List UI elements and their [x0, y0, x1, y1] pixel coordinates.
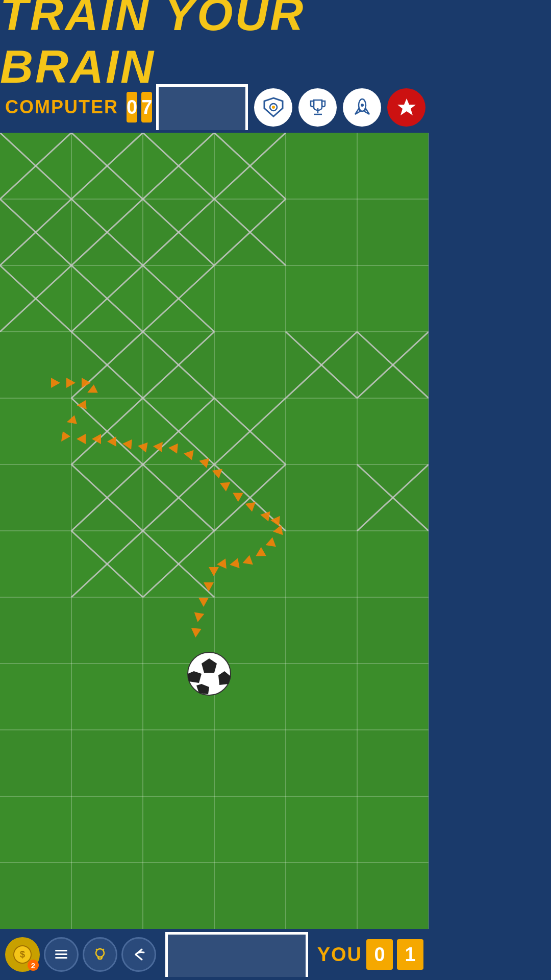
- back-button[interactable]: [121, 937, 156, 972]
- coin-button[interactable]: $ 2: [5, 937, 40, 972]
- trophy-icon-btn[interactable]: [298, 88, 337, 127]
- you-section: YOU 0 1: [312, 939, 429, 970]
- bulb-icon: [91, 945, 109, 964]
- svg-rect-120: [55, 950, 67, 951]
- list-icon: [52, 945, 70, 964]
- list-button[interactable]: [44, 937, 79, 972]
- svg-marker-7: [397, 99, 416, 115]
- shield-icon: [262, 96, 285, 118]
- svg-rect-122: [55, 957, 67, 959]
- field-grid: [0, 133, 429, 929]
- svg-point-2: [272, 106, 275, 109]
- rocket-icon: [351, 96, 373, 118]
- svg-line-126: [96, 949, 97, 950]
- coin-badge: 2: [28, 960, 39, 971]
- you-label: YOU: [317, 944, 362, 966]
- rocket-icon-btn[interactable]: [343, 88, 381, 127]
- header: TRAIN YOUR BRAIN: [0, 0, 429, 82]
- top-goal-post: [156, 84, 248, 130]
- computer-score-right: 7: [141, 92, 152, 122]
- star-icon-btn[interactable]: [387, 88, 425, 127]
- computer-label: COMPUTER: [5, 96, 118, 118]
- bottom-goal-post: [165, 932, 308, 977]
- trophy-icon: [307, 96, 329, 118]
- bottom-bar: $ 2: [0, 929, 429, 980]
- svg-point-123: [96, 949, 104, 957]
- you-score-right: 1: [397, 939, 423, 970]
- game-field[interactable]: [0, 133, 429, 929]
- bottom-left-icons: $ 2: [0, 937, 161, 972]
- you-score-left: 0: [366, 939, 393, 970]
- shield-icon-btn[interactable]: [254, 88, 292, 127]
- app-title: TRAIN YOUR BRAIN: [0, 0, 429, 93]
- computer-score-left: 0: [127, 92, 137, 122]
- svg-rect-121: [55, 953, 67, 955]
- svg-line-127: [103, 949, 104, 950]
- star-icon: [395, 96, 418, 118]
- svg-point-6: [361, 104, 364, 107]
- bulb-button[interactable]: [83, 937, 117, 972]
- back-icon: [130, 945, 148, 964]
- svg-text:$: $: [20, 949, 25, 960]
